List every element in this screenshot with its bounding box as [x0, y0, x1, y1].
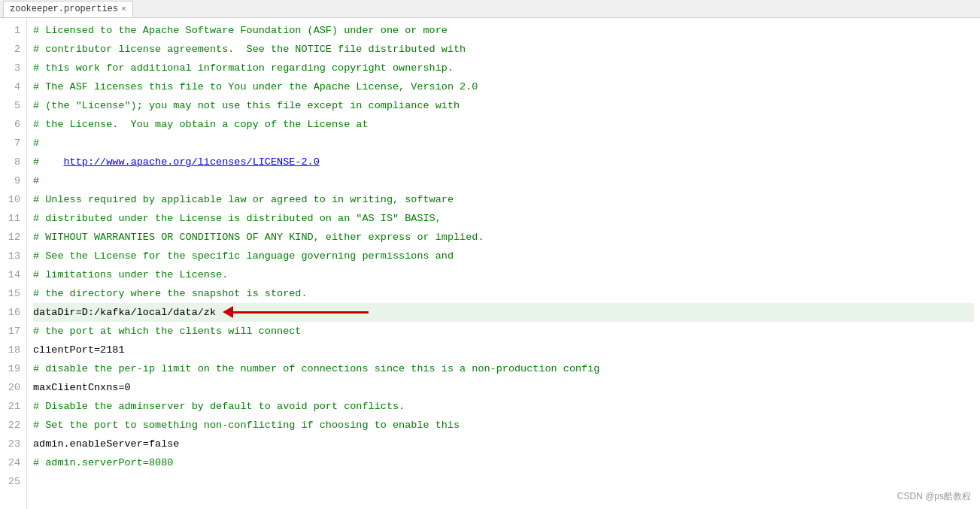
code-line: # Unless required by applicable law or a… [33, 190, 974, 209]
code-line: # admin.serverPort=8080 [33, 453, 974, 472]
tab-close-icon[interactable]: × [121, 5, 126, 14]
tab-bar: zookeeper.properties × [0, 0, 980, 18]
code-line: # limitations under the License. [33, 265, 974, 284]
code-line: # [33, 134, 974, 153]
code-line: # distributed under the License is distr… [33, 209, 974, 228]
license-link[interactable]: http://www.apache.org/licenses/LICENSE-2… [64, 156, 320, 168]
code-line: dataDir=D:/kafka/local/data/zk [33, 303, 974, 322]
code-line: clientPort=2181 [33, 341, 974, 359]
tab-filename: zookeeper.properties [10, 4, 118, 14]
editor-window: zookeeper.properties × 12345678910111213… [0, 0, 980, 509]
code-area[interactable]: # Licensed to the Apache Software Founda… [27, 18, 980, 509]
code-line: # contributor license agreements. See th… [33, 40, 974, 59]
watermark: CSDN @ps酷教程 [897, 490, 971, 503]
code-line: # disable the per-ip limit on the number… [33, 359, 974, 378]
code-line: # See the License for the specific langu… [33, 247, 974, 265]
code-line: admin.enableServer=false [33, 435, 974, 453]
code-line: # http://www.apache.org/licenses/LICENSE… [33, 153, 974, 171]
code-line: # Disable the adminserver by default to … [33, 397, 974, 416]
code-line: # the directory where the snapshot is st… [33, 284, 974, 303]
code-line: # Licensed to the Apache Software Founda… [33, 21, 974, 40]
code-line: maxClientCnxns=0 [33, 378, 974, 397]
editor-tab[interactable]: zookeeper.properties × [3, 1, 133, 17]
code-line: # the License. You may obtain a copy of … [33, 115, 974, 134]
line-numbers: 1234567891011121314151617181920212223242… [0, 18, 27, 509]
code-line: # The ASF licenses this file to You unde… [33, 77, 974, 96]
arrow-annotation [223, 306, 369, 318]
code-line: # WITHOUT WARRANTIES OR CONDITIONS OF AN… [33, 228, 974, 247]
code-line: # (the "License"); you may not use this … [33, 96, 974, 115]
code-line: # [33, 171, 974, 190]
code-line: # the port at which the clients will con… [33, 322, 974, 341]
code-line: # Set the port to something non-conflict… [33, 416, 974, 435]
editor-content: 1234567891011121314151617181920212223242… [0, 18, 980, 509]
code-line: # this work for additional information r… [33, 59, 974, 77]
code-line [33, 472, 974, 491]
